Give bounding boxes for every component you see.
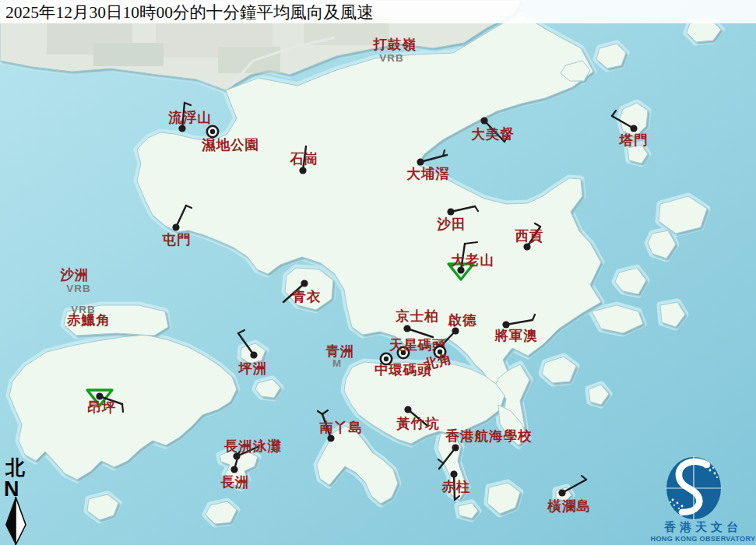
station-dot bbox=[523, 243, 530, 250]
station-dot bbox=[450, 470, 457, 477]
station-name-label: 長洲泳灘 bbox=[223, 438, 282, 454]
station-name-label: 南丫島 bbox=[319, 420, 363, 435]
station-name-label: 橫瀾島 bbox=[547, 498, 591, 514]
station-sub-label: M bbox=[332, 357, 342, 369]
map-title: 2025年12月30日10時00分的十分鐘平均風向及風速 bbox=[5, 3, 374, 22]
station-name-label: 啟德 bbox=[448, 312, 477, 328]
station-name-label: 大美督 bbox=[471, 126, 515, 142]
calm-inner-dot bbox=[210, 129, 215, 134]
station-dot bbox=[299, 167, 306, 174]
station-name-label: 赤柱 bbox=[441, 479, 471, 494]
station-sub-label: VRB bbox=[379, 52, 404, 64]
station-name-label: 昂坪 bbox=[88, 399, 117, 415]
hko-logo-name-en: HONG KONG OBSERVATORY bbox=[651, 535, 756, 543]
station-name-label: 塔門 bbox=[619, 132, 649, 148]
station-name-label: 將軍澳 bbox=[494, 328, 538, 343]
station-sub-label: VRB bbox=[71, 304, 96, 315]
station-name-label: 打鼓嶺 bbox=[372, 37, 417, 52]
station-dot bbox=[447, 208, 454, 215]
station-name-label: 流浮山 bbox=[167, 110, 212, 125]
hko-logo-name-zh: 香港天文台 bbox=[663, 520, 742, 533]
station-name-label: 京士柏 bbox=[395, 308, 439, 324]
station-dot bbox=[404, 406, 411, 413]
wind-map-svg: 流浮山濕地公園打鼓嶺VRB大美督塔門石崗大埔滘沙田西貢大老山將軍澳京士柏啟德天星… bbox=[0, 0, 756, 545]
station-dot bbox=[178, 125, 185, 132]
station-name-label: 長洲 bbox=[220, 474, 250, 490]
station-dot bbox=[480, 117, 487, 124]
station-dot bbox=[172, 223, 179, 230]
compass-hanzi-label: 北 bbox=[5, 457, 26, 478]
station-dot bbox=[403, 325, 410, 332]
wind-map-screen: 流浮山濕地公園打鼓嶺VRB大美督塔門石崗大埔滘沙田西貢大老山將軍澳京士柏啟德天星… bbox=[0, 0, 756, 545]
station-dot bbox=[250, 351, 257, 358]
station-name-label: 沙洲 bbox=[60, 267, 90, 283]
station-dot bbox=[301, 280, 308, 287]
station-dot bbox=[327, 434, 334, 441]
station-dot bbox=[230, 466, 237, 473]
compass-n-label: N bbox=[4, 477, 19, 501]
calm-inner-dot bbox=[384, 357, 389, 361]
station-dot bbox=[558, 489, 565, 496]
station-name-label: 西貢 bbox=[515, 228, 544, 244]
wind-barb-tick bbox=[122, 404, 123, 412]
station-name-label: 香港航海學校 bbox=[445, 428, 533, 444]
station-sub-label: VRB bbox=[66, 283, 91, 294]
station-name-label: 石崗 bbox=[290, 151, 319, 167]
station-dot bbox=[452, 444, 459, 451]
station-name-label: 濕地公園 bbox=[201, 137, 259, 153]
station-name-label: 沙田 bbox=[437, 216, 466, 232]
station-name-label: 屯門 bbox=[162, 232, 192, 248]
station-dot bbox=[417, 158, 424, 165]
station-dot bbox=[452, 327, 459, 334]
station-name-label: 大埔滘 bbox=[406, 166, 450, 181]
station-dot bbox=[630, 125, 637, 132]
station-name-label: 青衣 bbox=[292, 289, 322, 304]
title-bar: 2025年12月30日10時00分的十分鐘平均風向及風速 bbox=[0, 0, 756, 23]
station-name-label: 大老山 bbox=[451, 252, 494, 268]
station-name-label: 青洲 bbox=[325, 343, 355, 359]
station-name-label: 坪洲 bbox=[238, 360, 268, 376]
station-name-label: 黃竹坑 bbox=[396, 416, 440, 431]
